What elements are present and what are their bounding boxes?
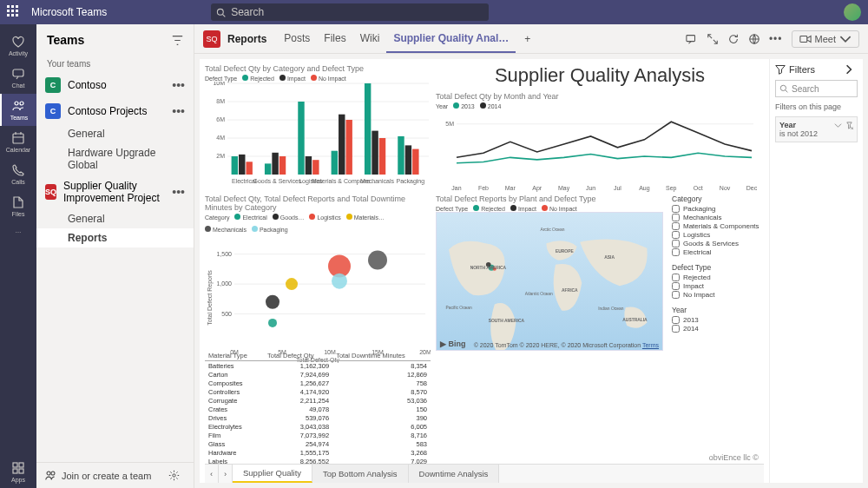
rail-chat[interactable]: Chat: [0, 62, 36, 94]
svg-point-4: [20, 102, 23, 105]
filter-option[interactable]: Goods & Services: [672, 240, 764, 247]
chevron-right-icon: [844, 64, 854, 75]
filter-option[interactable]: Electrical: [672, 248, 764, 256]
refresh-icon[interactable]: [727, 33, 740, 45]
scatter-chart-svg: 0M5M10M15M20M5001,0001,500Total Defect Q…: [205, 233, 431, 363]
rail-activity[interactable]: Activity: [0, 30, 36, 62]
scatter-chart-title: Total Defect Qty, Total Defect Reports a…: [205, 195, 431, 212]
filter-option[interactable]: Impact: [672, 282, 764, 290]
team-more-icon[interactable]: •••: [172, 109, 185, 114]
team-item[interactable]: SQSupplier Quality Improvement Project••…: [36, 175, 194, 209]
svg-rect-40: [345, 120, 352, 175]
svg-point-77: [268, 319, 277, 327]
rail-calendar[interactable]: Calendar: [0, 126, 36, 158]
powerbi-report: Total Defect Qty by Category and Defect …: [200, 59, 863, 483]
year-filter[interactable]: Year 20132014: [672, 306, 764, 333]
svg-text:10M: 10M: [213, 82, 225, 86]
team-more-icon[interactable]: •••: [172, 82, 185, 88]
sheet-prev[interactable]: ‹: [205, 465, 219, 483]
chevron-down-icon[interactable]: [834, 122, 842, 129]
bing-logo: ▶ Bing: [440, 340, 466, 348]
filter-option[interactable]: Packaging: [672, 205, 764, 213]
filters-title: Filters: [789, 64, 815, 75]
bar-chart-legend: Defect TypeRejectedImpactNo Impact: [205, 75, 431, 82]
svg-rect-47: [405, 145, 411, 175]
popout-icon[interactable]: [748, 33, 760, 45]
join-team[interactable]: Join or create a team: [36, 462, 194, 488]
gear-icon[interactable]: [168, 470, 180, 481]
rail-more[interactable]: …: [0, 222, 36, 239]
filter-option[interactable]: Rejected: [672, 274, 764, 281]
clear-filter-icon[interactable]: [845, 122, 853, 129]
filter-option[interactable]: 2014: [672, 325, 764, 333]
rail-files[interactable]: Files: [0, 190, 36, 222]
channel-tab[interactable]: Files: [317, 25, 352, 53]
rail-teams[interactable]: Teams: [0, 94, 36, 126]
svg-rect-38: [332, 151, 338, 175]
team-item[interactable]: CContoso Projects•••: [36, 98, 194, 124]
channel-item[interactable]: Hardware Upgrade Global: [36, 143, 194, 175]
team-item[interactable]: CContoso•••: [36, 72, 194, 98]
map-terms-link[interactable]: Terms: [642, 342, 659, 348]
line-chart-svg[interactable]: 5MJanFebMarAprMayJunJulAugSepOctNovDec: [436, 109, 757, 192]
channel-item[interactable]: General: [36, 124, 194, 143]
svg-point-81: [368, 251, 387, 270]
filter-icon[interactable]: [172, 35, 183, 46]
chevron-down-icon: [839, 33, 852, 45]
channel-item[interactable]: General: [36, 209, 194, 228]
svg-rect-28: [246, 162, 252, 175]
category-filter[interactable]: Category PackagingMechanicalsMaterials &…: [672, 195, 764, 256]
scatter-chart-card[interactable]: Total Defect Qty, Total Defect Reports a…: [205, 195, 431, 351]
app-name: Microsoft Teams: [31, 6, 107, 18]
filter-option[interactable]: Materials & Components: [672, 222, 764, 230]
meet-button[interactable]: Meet: [792, 30, 859, 48]
filter-option[interactable]: Mechanicals: [672, 214, 764, 221]
sheet-next[interactable]: ›: [219, 465, 233, 483]
channel-tab[interactable]: Posts: [277, 25, 317, 53]
team-more-icon[interactable]: •••: [172, 189, 185, 195]
channel-tab[interactable]: Wiki: [353, 25, 387, 53]
svg-rect-8: [13, 469, 17, 473]
user-avatar[interactable]: [844, 3, 861, 21]
channel-tabbar: SQ Reports PostsFilesWikiSupplier Qualit…: [194, 24, 868, 54]
svg-rect-34: [298, 102, 304, 175]
sheet-tab[interactable]: Downtime Analysis: [409, 465, 500, 483]
meet-label: Meet: [815, 34, 836, 44]
svg-text:May: May: [558, 185, 570, 192]
map-visual[interactable]: Arctic Ocean NORTH AMERICA Pacific Ocean…: [436, 212, 663, 351]
expand-icon[interactable]: [707, 33, 719, 45]
sheet-tab[interactable]: Supplier Quality: [233, 465, 312, 483]
channel-item[interactable]: Reports: [36, 228, 194, 247]
material-table-card[interactable]: Material TypeTotal Defect QtyTotal Downt…: [205, 351, 431, 464]
channel-tab[interactable]: Supplier Quality Anal…: [386, 25, 516, 53]
svg-text:Pacific Ocean: Pacific Ocean: [446, 306, 473, 310]
filter-option[interactable]: 2013: [672, 316, 764, 324]
your-teams-label: Your teams: [36, 56, 194, 72]
svg-rect-15: [799, 36, 806, 42]
map-card[interactable]: Total Defect Reports by Plant and Defect…: [436, 195, 663, 351]
filters-header[interactable]: Filters: [775, 64, 858, 75]
global-search[interactable]: Search: [211, 3, 489, 21]
legend-panel: Category PackagingMechanicalsMaterials &…: [668, 195, 764, 351]
rail-apps[interactable]: Apps: [0, 456, 36, 488]
add-tab-button[interactable]: +: [517, 26, 537, 52]
map-attribution: © 2020 TomTom © 2020 HERE, © 2020 Micros…: [474, 342, 659, 348]
svg-text:SOUTH AMERICA: SOUTH AMERICA: [489, 319, 525, 323]
sheet-tab[interactable]: Top Bottom Analysis: [312, 465, 409, 483]
svg-text:NORTH AMERICA: NORTH AMERICA: [470, 266, 507, 270]
year-filter-card[interactable]: Year is not 2012: [775, 116, 858, 142]
svg-text:Nov: Nov: [720, 185, 731, 191]
more-icon[interactable]: •••: [769, 33, 783, 45]
defect-type-filter[interactable]: Defect Type RejectedImpactNo Impact: [672, 263, 764, 299]
bar-chart-card[interactable]: Total Defect Qty by Category and Defect …: [205, 64, 431, 195]
rail-calls[interactable]: Calls: [0, 158, 36, 190]
filters-search[interactable]: Search: [775, 80, 858, 97]
svg-rect-44: [379, 138, 385, 175]
reply-icon[interactable]: [686, 33, 698, 45]
svg-text:Apr: Apr: [532, 185, 542, 192]
filter-option[interactable]: No Impact: [672, 291, 764, 299]
filter-option[interactable]: Logistics: [672, 231, 764, 239]
sidebar-title: Teams: [47, 33, 84, 47]
svg-point-80: [286, 278, 298, 290]
app-launcher-icon[interactable]: [7, 5, 21, 19]
